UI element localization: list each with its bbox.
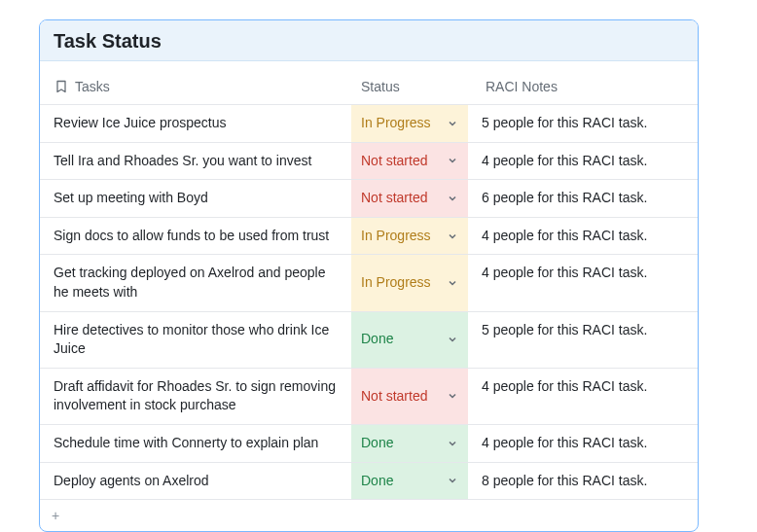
task-cell[interactable]: Deploy agents on Axelrod <box>40 463 351 500</box>
chevron-down-icon[interactable] <box>447 438 458 449</box>
chevron-down-icon[interactable] <box>447 475 458 486</box>
status-label: Done <box>361 472 393 491</box>
card-header: Task Status <box>40 20 698 61</box>
chevron-down-icon[interactable] <box>447 231 458 242</box>
task-cell[interactable]: Review Ice Juice prospectus <box>40 105 351 142</box>
status-cell[interactable]: In Progress <box>351 218 468 255</box>
status-cell[interactable]: In Progress <box>351 255 468 310</box>
column-header-status: Status <box>361 79 478 94</box>
table-header-row: Tasks Status RACI Notes <box>40 61 698 104</box>
notes-cell[interactable]: 4 people for this RACI task. <box>468 369 698 424</box>
column-header-tasks-label: Tasks <box>75 79 110 94</box>
table-row[interactable]: Hire detectives to monitor those who dri… <box>40 311 698 368</box>
notes-cell[interactable]: 4 people for this RACI task. <box>468 143 698 180</box>
table-row[interactable]: Deploy agents on AxelrodDone8 people for… <box>40 462 698 500</box>
status-label: Not started <box>361 152 427 171</box>
task-cell[interactable]: Hire detectives to monitor those who dri… <box>40 312 351 368</box>
task-status-card: Task Status Tasks Status RACI Notes Revi… <box>39 19 699 532</box>
task-cell[interactable]: Sign docs to allow funds to be used from… <box>40 218 351 255</box>
status-label: Done <box>361 330 393 349</box>
status-label: In Progress <box>361 273 431 293</box>
status-cell[interactable]: Done <box>351 425 468 462</box>
status-cell[interactable]: Done <box>351 312 468 368</box>
chevron-down-icon[interactable] <box>447 277 458 289</box>
chevron-down-icon[interactable] <box>447 193 458 204</box>
table-row[interactable]: Get tracking deployed on Axelrod and peo… <box>40 254 698 310</box>
notes-cell[interactable]: 6 people for this RACI task. <box>468 180 698 217</box>
table-row[interactable]: Sign docs to allow funds to be used from… <box>40 217 698 255</box>
chevron-down-icon[interactable] <box>447 390 458 402</box>
notes-cell[interactable]: 4 people for this RACI task. <box>468 255 698 310</box>
task-cell[interactable]: Tell Ira and Rhoades Sr. you want to inv… <box>40 143 351 180</box>
plus-icon: + <box>52 508 59 523</box>
table-row[interactable]: Review Ice Juice prospectusIn Progress5 … <box>40 104 698 142</box>
column-header-tasks: Tasks <box>50 79 361 94</box>
status-cell[interactable]: Not started <box>351 180 468 217</box>
status-cell[interactable]: Not started <box>351 369 468 424</box>
task-cell[interactable]: Get tracking deployed on Axelrod and peo… <box>40 255 351 310</box>
task-cell[interactable]: Set up meeting with Boyd <box>40 180 351 217</box>
chevron-down-icon[interactable] <box>447 155 458 166</box>
table-row[interactable]: Set up meeting with BoydNot started6 peo… <box>40 179 698 217</box>
status-label: In Progress <box>361 114 431 133</box>
status-label: In Progress <box>361 227 431 246</box>
notes-cell[interactable]: 4 people for this RACI task. <box>468 425 698 462</box>
status-cell[interactable]: Not started <box>351 143 468 180</box>
table-row[interactable]: Draft affidavit for Rhoades Sr. to sign … <box>40 368 698 424</box>
table-row[interactable]: Tell Ira and Rhoades Sr. you want to inv… <box>40 142 698 180</box>
card-title: Task Status <box>54 30 684 53</box>
table-row[interactable]: Schedule time with Connerty to explain p… <box>40 424 698 462</box>
chevron-down-icon[interactable] <box>447 118 458 129</box>
status-label: Not started <box>361 189 427 208</box>
status-label: Done <box>361 434 393 453</box>
chevron-down-icon[interactable] <box>447 334 458 345</box>
notes-cell[interactable]: 5 people for this RACI task. <box>468 312 698 368</box>
task-cell[interactable]: Schedule time with Connerty to explain p… <box>40 425 351 462</box>
notes-cell[interactable]: 4 people for this RACI task. <box>468 218 698 255</box>
add-row-button[interactable]: + <box>40 499 698 531</box>
status-label: Not started <box>361 387 427 407</box>
status-cell[interactable]: Done <box>351 463 468 500</box>
bookmark-icon <box>54 79 69 94</box>
column-header-notes: RACI Notes <box>478 79 688 94</box>
status-cell[interactable]: In Progress <box>351 105 468 142</box>
notes-cell[interactable]: 5 people for this RACI task. <box>468 105 698 142</box>
task-cell[interactable]: Draft affidavit for Rhoades Sr. to sign … <box>40 369 351 424</box>
notes-cell[interactable]: 8 people for this RACI task. <box>468 463 698 500</box>
